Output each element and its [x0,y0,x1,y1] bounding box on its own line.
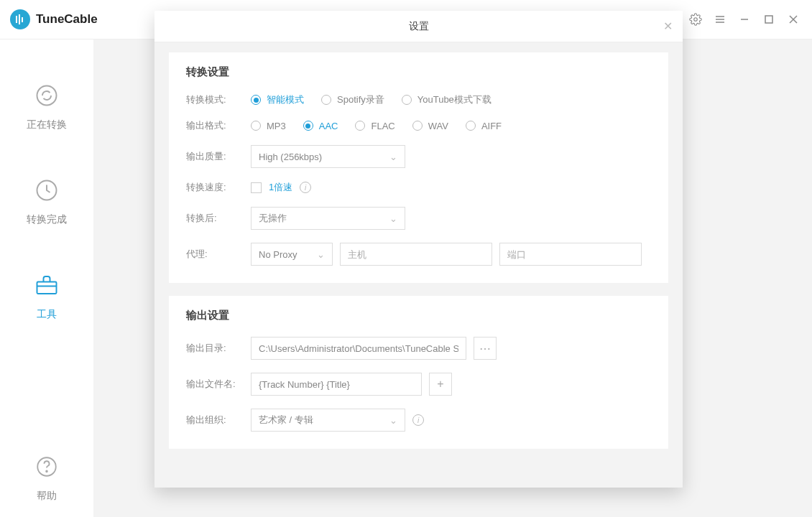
sidebar-item-label: 转换完成 [27,213,67,226]
svg-rect-0 [16,16,17,23]
output-settings-panel: 输出设置 输出目录: ⋯ 输出文件名: + [169,296,668,449]
chevron-down-icon: ⌄ [317,249,325,260]
chevron-down-icon: ⌄ [389,152,397,162]
sidebar-item-converting[interactable]: 正在转换 [0,68,93,163]
proxy-label: 代理: [186,248,251,261]
info-icon[interactable]: i [300,182,311,193]
outdir-input[interactable] [251,337,466,360]
mode-label: 转换模式: [186,93,251,106]
speed-label: 转换速度: [186,181,251,194]
sidebar-item-label: 工具 [37,308,57,321]
org-select[interactable]: 艺术家 / 专辑⌄ [251,409,405,432]
quality-select[interactable]: High (256kbps)⌄ [251,145,405,168]
svg-point-15 [46,471,47,472]
refresh-icon [32,81,61,110]
svg-point-3 [694,18,698,22]
toolbox-icon [32,271,61,299]
format-aac-radio[interactable]: AAC [303,121,338,131]
info-icon[interactable]: i [412,414,424,426]
proxy-select[interactable]: No Proxy⌄ [251,243,333,266]
proxy-port-input[interactable] [499,243,642,266]
sidebar-item-label: 帮助 [37,490,57,503]
format-flac-radio[interactable]: FLAC [355,121,395,131]
chevron-down-icon: ⌄ [389,415,397,426]
quality-label: 输出质量: [186,150,251,163]
outdir-label: 输出目录: [186,342,251,355]
fname-input[interactable] [251,373,422,396]
mode-spotify-radio[interactable]: Spotify录音 [321,93,384,106]
format-mp3-radio[interactable]: MP3 [251,121,286,131]
panel-heading: 转换设置 [186,65,651,79]
format-wav-radio[interactable]: WAV [412,121,448,131]
sidebar-item-tools[interactable]: 工具 [0,258,93,353]
help-icon [32,452,61,481]
sidebar: 正在转换 转换完成 工具 帮助 [0,39,93,517]
clock-icon [32,176,61,205]
app-name: TuneCable [36,12,98,27]
modal-title: 设置 [409,20,429,33]
content-area: 设置 ✕ 转换设置 转换模式: 智能模式 Spotify录音 YouTube模式… [93,39,812,517]
gear-icon[interactable] [687,11,704,28]
panel-heading: 输出设置 [186,309,651,322]
modal-close-icon[interactable]: ✕ [663,19,673,33]
format-label: 输出格式: [186,119,251,132]
speed-checkbox[interactable] [251,182,262,193]
sidebar-item-label: 正在转换 [27,118,67,131]
mode-smart-radio[interactable]: 智能模式 [251,93,304,106]
sidebar-item-completed[interactable]: 转换完成 [0,163,93,258]
convert-settings-panel: 转换设置 转换模式: 智能模式 Spotify录音 YouTube模式下载 输出… [169,52,668,283]
sidebar-item-help[interactable]: 帮助 [0,439,93,517]
app-logo: TuneCable [10,9,98,29]
fname-label: 输出文件名: [186,378,251,391]
mode-youtube-radio[interactable]: YouTube模式下载 [402,93,492,106]
chevron-down-icon: ⌄ [389,213,397,224]
after-label: 转换后: [186,212,251,225]
after-select[interactable]: 无操作⌄ [251,207,405,230]
svg-rect-1 [19,14,20,24]
org-label: 输出组织: [186,414,251,427]
add-tag-button[interactable]: + [429,373,452,396]
browse-button[interactable]: ⋯ [474,337,497,360]
svg-rect-8 [765,16,772,23]
close-icon[interactable] [785,11,802,28]
svg-rect-2 [22,17,23,22]
proxy-host-input[interactable] [340,243,492,266]
svg-point-11 [37,86,57,106]
maximize-icon[interactable] [760,11,778,28]
logo-icon [10,9,30,29]
settings-modal: 设置 ✕ 转换设置 转换模式: 智能模式 Spotify录音 YouTube模式… [154,11,683,488]
format-aiff-radio[interactable]: AIFF [466,121,502,131]
menu-icon[interactable] [711,11,729,28]
speed-value: 1倍速 [269,181,292,194]
svg-rect-13 [37,282,57,294]
minimize-icon[interactable] [736,11,753,28]
